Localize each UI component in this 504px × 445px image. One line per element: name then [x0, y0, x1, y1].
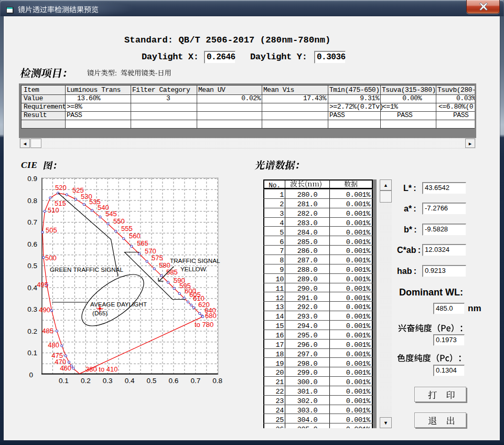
svg-text:520: 520 [55, 184, 67, 192]
svg-text:0.7: 0.7 [27, 218, 37, 226]
svg-text:565: 565 [137, 239, 148, 247]
svg-text:555: 555 [121, 225, 133, 232]
svg-text:0.3: 0.3 [27, 305, 37, 313]
svg-text:0.8: 0.8 [212, 377, 222, 385]
svg-text:575: 575 [152, 254, 163, 262]
svg-text:515: 515 [55, 199, 66, 207]
svg-text:500: 500 [45, 254, 57, 262]
svg-text:545: 545 [105, 210, 117, 218]
svg-text:0.4: 0.4 [27, 284, 37, 292]
svg-text:0.4: 0.4 [125, 377, 135, 385]
svg-text:510: 510 [48, 206, 59, 214]
svg-text:0.1: 0.1 [27, 349, 37, 357]
svg-text:480: 480 [48, 341, 59, 349]
svg-text:AVEAGE DAYLIGHT: AVEAGE DAYLIGHT [90, 301, 147, 308]
svg-text:0.2: 0.2 [27, 327, 37, 335]
svg-text:to 780: to 780 [195, 321, 213, 329]
svg-text:380 to 410: 380 to 410 [85, 365, 117, 373]
svg-text:0.2: 0.2 [81, 377, 91, 385]
svg-text:550: 550 [113, 217, 125, 225]
svg-text:0.9: 0.9 [27, 175, 37, 183]
svg-text:0.6: 0.6 [169, 377, 179, 385]
svg-text:475: 475 [51, 352, 63, 359]
svg-text:GREEN TRAFFIC SIGNAL: GREEN TRAFFIC SIGNAL [50, 266, 124, 273]
svg-text:485: 485 [42, 327, 53, 335]
svg-text:560: 560 [129, 232, 141, 240]
svg-text:495: 495 [37, 281, 48, 289]
svg-text:0.6: 0.6 [27, 240, 37, 248]
svg-text:0.3: 0.3 [103, 377, 113, 385]
svg-text:0.5: 0.5 [147, 377, 157, 385]
svg-text:505: 505 [46, 226, 57, 234]
svg-text:490: 490 [39, 306, 50, 314]
svg-text:0.5: 0.5 [27, 262, 37, 270]
svg-text:0.8: 0.8 [27, 197, 37, 205]
svg-text:680: 680 [205, 312, 217, 320]
svg-text:YELLOW: YELLOW [180, 266, 206, 272]
svg-text:TRAFFIC SIGNAL: TRAFFIC SIGNAL [170, 257, 220, 264]
svg-text:0.1: 0.1 [59, 377, 69, 385]
svg-text:0.7: 0.7 [190, 377, 200, 385]
svg-text:0: 0 [29, 371, 33, 379]
